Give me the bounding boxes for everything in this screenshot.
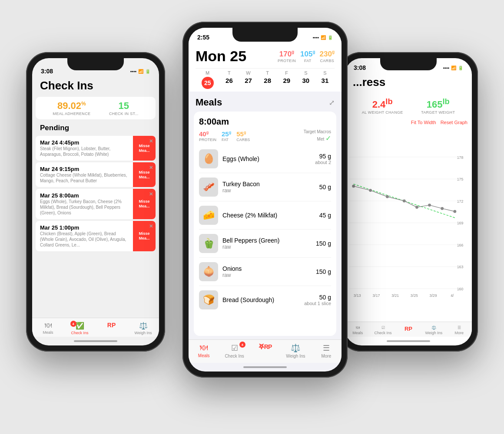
food-name-5: Bread (Sourdough) [222, 296, 300, 303]
svg-text:3/17: 3/17 [372, 294, 380, 298]
food-details-2: Cheese (2% Milkfat) [222, 212, 315, 219]
checkin-action-1[interactable]: ✕Misse Mea... [133, 162, 156, 187]
center-status-icons: ▪▪▪▪ 📶 🔋 [313, 35, 333, 40]
meal-fat-val: 25g [222, 130, 231, 138]
right-weighins-icon: ⚖️ [431, 326, 436, 330]
food-sub-4: raw [222, 272, 312, 278]
center-nav-checkins[interactable]: ☑ 4 Check Ins [219, 343, 249, 358]
right-nav-rp[interactable]: RP [396, 326, 421, 335]
cal-day-label: W [246, 70, 250, 76]
left-nav-weighins[interactable]: ⚖️ Weigh Ins [127, 322, 159, 335]
checkin-x-0[interactable]: ✕ [149, 138, 153, 144]
svg-text:178: 178 [457, 155, 464, 160]
pending-section: Pending [32, 119, 159, 134]
checkin-info-0: Mar 24 4:45pmSteak (Filet Mignon), Lobst… [36, 136, 133, 161]
checkin-foods-2: Eggs (Whole), Turkey Bacon, Cheese (2% M… [40, 199, 129, 216]
checkin-time-2: Mar 25 8:00am [40, 192, 129, 199]
met-label: Met [317, 137, 325, 141]
checkin-x-1[interactable]: ✕ [149, 165, 153, 171]
meals-header: Meals ⤢ [189, 92, 342, 112]
food-amount-5: 50 g [304, 294, 331, 301]
calendar-day-5[interactable]: S30 [302, 70, 309, 89]
fat-macro: 105g FAT [300, 49, 315, 63]
battery-icon: 🔋 [145, 69, 150, 74]
center-nav-rp[interactable]: ⛧RP [250, 343, 280, 358]
checkin-item-2[interactable]: Mar 25 8:00amEggs (Whole), Turkey Bacon,… [36, 189, 156, 219]
food-name-2: Cheese (2% Milkfat) [222, 212, 315, 219]
food-item-3[interactable]: 🫑Bell Peppers (Green)raw150 g [199, 230, 331, 256]
food-item-0[interactable]: 🥚Eggs (Whole)95 gabout 2 [199, 146, 331, 172]
cal-day-label: M [206, 70, 209, 76]
target-weight-value: 165lb [421, 97, 455, 110]
food-image-3: 🫑 [199, 234, 218, 253]
food-amount-2: 45 g [319, 212, 331, 219]
cal-day-num: 28 [264, 77, 271, 84]
calendar-day-0[interactable]: M25 [202, 70, 214, 89]
target-macros-label: Target Macros [304, 129, 331, 134]
center-nav-weighins[interactable]: ⚖️ Weigh Ins [280, 343, 311, 358]
weighins-icon: ⚖️ [139, 322, 148, 330]
check-in-streak-stat: 15 CHECK IN ST... [109, 100, 139, 116]
calendar-day-3[interactable]: T28 [264, 70, 271, 89]
center-phone: 2:55 ▪▪▪▪ 📶 🔋 Mon 25 170g [182, 22, 348, 378]
left-home-indicator [32, 337, 159, 345]
checkin-x-2[interactable]: ✕ [149, 191, 153, 197]
weight-change-value: 2.4lb [362, 97, 403, 110]
checkin-action-2[interactable]: ✕Misse Mea... [133, 189, 156, 219]
center-bottom-nav: 🍽 Meals ☑ 4 Check Ins ⛧RP ⚖️ Weigh Ins [189, 339, 342, 363]
center-battery-icon: 🔋 [328, 35, 333, 40]
checkin-item-0[interactable]: Mar 24 4:45pmSteak (Filet Mignon), Lobst… [36, 136, 156, 161]
calendar-day-4[interactable]: F29 [283, 70, 290, 89]
center-nav-meals[interactable]: 🍽 Meals [189, 343, 219, 358]
right-nav-checkins[interactable]: ☑ Check Ins [370, 326, 395, 335]
left-status-icons: ▪▪▪▪ 📶 🔋 [130, 69, 150, 74]
right-rp-icon: RP [405, 326, 412, 332]
reset-graph-btn[interactable]: Reset Graph [441, 120, 468, 125]
meal-carbs: 55g CARBS [236, 130, 250, 142]
food-amount-col-2: 45 g [319, 212, 331, 219]
food-amount-sub-5: about 1 slice [304, 301, 331, 306]
food-item-2[interactable]: 🧀Cheese (2% Milkfat)45 g [199, 202, 331, 228]
checkin-item-3[interactable]: Mar 25 1:00pmChicken (Breast), Apple (Gr… [36, 221, 156, 251]
fit-to-width-btn[interactable]: Fit To Width [411, 120, 436, 125]
checkin-action-3[interactable]: ✕Misse Mea... [133, 221, 156, 251]
checkin-action-0[interactable]: ✕Misse Mea... [133, 136, 156, 161]
checkins-badge: 4 [70, 321, 76, 327]
left-nav-checkins[interactable]: ✅ 4 Check Ins [64, 322, 96, 335]
calendar-day-6[interactable]: S31 [322, 70, 329, 89]
calendar-day-1[interactable]: T26 [225, 70, 233, 89]
meal-protein-val: 40g [199, 130, 216, 138]
checkin-time-1: Mar 24 9:15pm [40, 166, 129, 172]
right-nav-more[interactable]: ☰ More [447, 326, 472, 335]
expand-icon[interactable]: ⤢ [329, 99, 335, 107]
food-item-4[interactable]: 🧅Onionsraw150 g [199, 259, 331, 285]
food-amount-col-3: 150 g [316, 240, 331, 247]
left-nav-rp[interactable]: RP [96, 322, 127, 335]
right-meals-icon: 🍽 [356, 326, 360, 330]
meal-adherence-label: MEAL ADHERENCE [53, 112, 90, 116]
calendar-day-2[interactable]: W27 [245, 70, 252, 89]
cal-day-label: S [304, 70, 307, 76]
food-amount-col-4: 150 g [316, 268, 331, 275]
checkin-item-1[interactable]: Mar 24 9:15pmCottage Cheese (Whole Milkf… [36, 162, 156, 187]
center-nav-more[interactable]: ☰ More [311, 343, 342, 358]
date-macro-row: Mon 25 170g PROTEIN 105g [196, 46, 335, 68]
center-checkins-icon: ☑ [231, 343, 238, 353]
food-item-5[interactable]: 🍞Bread (Sourdough)50 gabout 1 slice [199, 287, 331, 313]
carbs-value: 230g [320, 49, 335, 59]
checkin-x-3[interactable]: ✕ [149, 224, 153, 229]
phones-container: 3:08 ▪▪▪▪ 📶 🔋 Check Ins 89.02% [13, 9, 491, 425]
cal-day-num: 31 [322, 77, 329, 84]
missed-label-3: Misse Mea... [133, 231, 156, 241]
left-nav-meals[interactable]: 🍽 Meals [32, 322, 64, 335]
right-nav-weighins[interactable]: ⚖️ Weigh Ins [421, 326, 446, 335]
center-more-icon: ☰ [323, 343, 330, 353]
checkin-info-3: Mar 25 1:00pmChicken (Breast), Apple (Gr… [36, 221, 133, 251]
svg-point-20 [428, 204, 431, 207]
right-nav-meals[interactable]: 🍽 Meals [345, 326, 370, 335]
right-time: 3:08 [354, 64, 366, 71]
food-details-0: Eggs (Whole) [222, 155, 311, 162]
food-item-1[interactable]: 🥓Turkey Baconraw50 g [199, 174, 331, 200]
check-mark: ✓ [325, 135, 331, 142]
weight-change-label: AL WEIGHT CHANGE [362, 110, 403, 115]
